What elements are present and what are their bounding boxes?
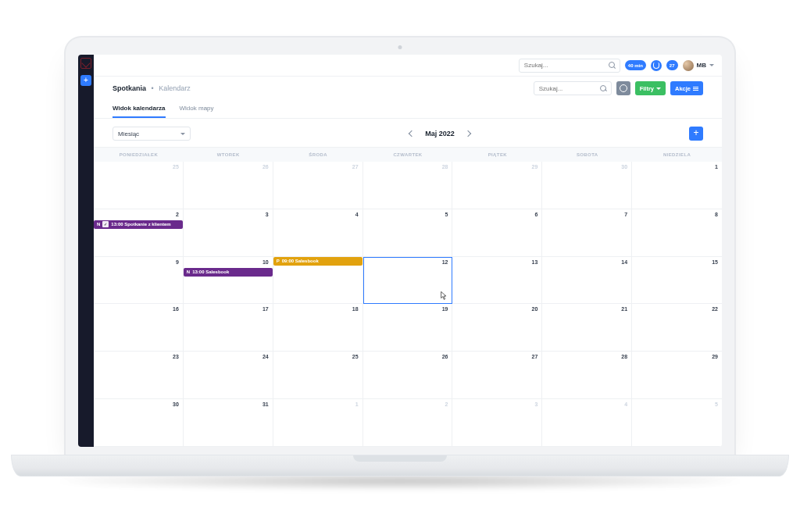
- calendar-day[interactable]: 25: [273, 352, 363, 399]
- main-pane: 40 min 27 MB Spotkania • Kalendarz: [94, 55, 722, 447]
- calendar-day[interactable]: 5: [363, 209, 453, 257]
- calendar-day[interactable]: 1: [273, 399, 363, 447]
- tab-map[interactable]: Widok mapy: [180, 100, 214, 118]
- calendar-day[interactable]: 1: [632, 162, 722, 209]
- calendar-day[interactable]: 19: [363, 304, 453, 352]
- next-month-button[interactable]: [465, 130, 471, 137]
- prev-month-button[interactable]: [409, 130, 415, 137]
- day-number: 28: [442, 164, 448, 170]
- calendar-week: 303112345: [94, 399, 722, 447]
- day-number: 20: [531, 306, 538, 312]
- calendar-day[interactable]: 26: [184, 162, 273, 209]
- day-number: 27: [531, 354, 538, 359]
- calendar-day[interactable]: 2: [363, 399, 453, 447]
- calendar-day[interactable]: 7: [542, 209, 632, 257]
- day-number: 30: [173, 402, 179, 407]
- global-search-input[interactable]: [524, 62, 604, 69]
- calendar-day[interactable]: 4: [273, 209, 363, 257]
- calendar-day[interactable]: 20: [452, 304, 542, 352]
- weekday-header: CZWARTEK: [363, 148, 453, 162]
- calendar-day[interactable]: 5: [632, 399, 722, 447]
- calendar-day[interactable]: 23: [94, 352, 184, 399]
- app-logo-icon[interactable]: [80, 58, 91, 69]
- calendar-day[interactable]: 15: [632, 257, 722, 305]
- calendar-event[interactable]: P09:00 Salesbook: [273, 257, 362, 266]
- count-chip[interactable]: 27: [666, 60, 678, 70]
- day-number: 1: [715, 164, 718, 170]
- day-number: 25: [173, 164, 179, 170]
- settings-button[interactable]: [616, 81, 630, 95]
- day-number: 31: [262, 402, 269, 407]
- calendar-day[interactable]: 29: [632, 352, 722, 399]
- calendar-day[interactable]: 16: [94, 304, 184, 352]
- view-select-value: Miesiąc: [118, 130, 139, 137]
- page-search-input[interactable]: [539, 85, 595, 92]
- calendar-week: 16171819202122: [94, 304, 722, 352]
- day-number: 9: [176, 259, 179, 265]
- calendar-event[interactable]: N✓13:00 Spotkanie z klientem: [94, 220, 183, 229]
- day-number: 3: [534, 402, 538, 407]
- calendar-day[interactable]: 18: [273, 304, 363, 352]
- page-search[interactable]: [534, 81, 612, 95]
- calendar-day[interactable]: 21: [542, 304, 632, 352]
- calendar-day[interactable]: 17: [184, 304, 273, 352]
- calendar-day[interactable]: 8: [632, 209, 722, 257]
- calendar-toolbar: Miesiąc Maj 2022 +: [94, 119, 722, 147]
- user-menu[interactable]: MB: [683, 60, 714, 71]
- calendar-day[interactable]: 3: [452, 399, 542, 447]
- calendar-day[interactable]: 26: [363, 352, 453, 399]
- calendar-day[interactable]: 2N✓13:00 Spotkanie z klientem: [94, 209, 184, 257]
- calendar-day[interactable]: 9: [94, 257, 184, 305]
- day-number: 2: [176, 212, 179, 217]
- add-event-button[interactable]: +: [689, 127, 703, 141]
- calendar-day[interactable]: 25: [94, 162, 184, 209]
- day-number: 28: [621, 354, 627, 359]
- filters-button[interactable]: Filtry: [635, 81, 666, 95]
- calendar-event[interactable]: N13:00 Salesbook: [184, 268, 273, 277]
- laptop-frame: + 40 min 27 MB: [0, 0, 800, 532]
- calendar-day[interactable]: 6: [452, 209, 542, 257]
- view-select[interactable]: Miesiąc: [112, 127, 191, 141]
- timer-chip[interactable]: 40 min: [625, 60, 646, 70]
- day-number: 16: [173, 306, 179, 312]
- calendar-day[interactable]: 22: [632, 304, 722, 352]
- calendar-day[interactable]: 30: [542, 162, 632, 209]
- tab-calendar[interactable]: Widok kalendarza: [112, 100, 166, 118]
- notifications-icon[interactable]: [651, 60, 662, 71]
- calendar-day[interactable]: 28: [542, 352, 632, 399]
- calendar-day[interactable]: 28: [363, 162, 453, 209]
- weekday-header: WTOREK: [184, 148, 273, 162]
- calendar-day[interactable]: 14: [542, 257, 632, 305]
- calendar-day[interactable]: 4: [542, 399, 632, 447]
- page-actions: Filtry Akcje: [534, 81, 703, 95]
- calendar-week: 910N13:00 Salesbook11P09:00 Salesbook121…: [94, 257, 722, 305]
- day-number: 26: [442, 354, 448, 359]
- gear-icon: [620, 84, 627, 92]
- calendar-day[interactable]: 27: [273, 162, 363, 209]
- calendar-day[interactable]: 12: [363, 257, 453, 305]
- day-number: 7: [624, 212, 627, 217]
- menu-icon: [693, 87, 698, 91]
- calendar-day[interactable]: 31: [184, 399, 273, 447]
- sidebar-rail: +: [78, 55, 94, 447]
- chevron-down-icon: [180, 133, 185, 137]
- calendar-day[interactable]: 29: [452, 162, 542, 209]
- calendar-day[interactable]: 24: [184, 352, 273, 399]
- calendar-day[interactable]: 10N13:00 Salesbook: [184, 257, 273, 305]
- calendar-day[interactable]: 30: [94, 399, 184, 447]
- event-label: 09:00 Salesbook: [282, 259, 319, 263]
- day-number: 3: [266, 212, 269, 217]
- breadcrumb-sub: Kalendarz: [159, 84, 191, 92]
- day-number: 2: [445, 402, 448, 407]
- day-number: 13: [531, 259, 538, 265]
- day-number: 10: [262, 259, 269, 265]
- global-search[interactable]: [519, 59, 620, 73]
- calendar-day[interactable]: 27: [452, 352, 542, 399]
- day-number: 12: [442, 259, 448, 265]
- calendar-day[interactable]: 11P09:00 Salesbook: [273, 257, 363, 305]
- chevron-down-icon: [656, 87, 661, 92]
- actions-button[interactable]: Akcje: [670, 81, 703, 95]
- sidebar-add-button[interactable]: +: [80, 75, 91, 86]
- calendar-day[interactable]: 3: [184, 209, 273, 257]
- calendar-day[interactable]: 13: [452, 257, 542, 305]
